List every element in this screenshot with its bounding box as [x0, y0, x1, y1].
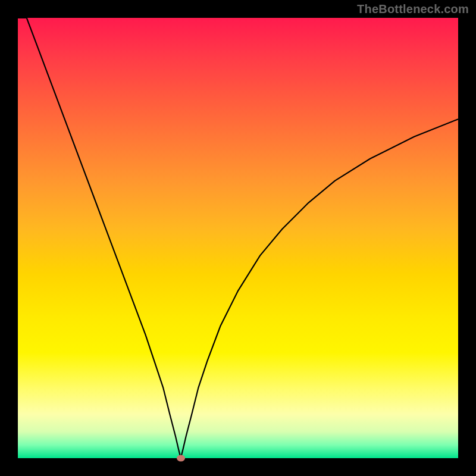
optimal-point-marker: [177, 455, 185, 462]
plot-area: [18, 18, 458, 458]
watermark-text: TheBottleneck.com: [357, 2, 469, 16]
chart-frame: TheBottleneck.com: [0, 0, 476, 476]
bottleneck-curve: [18, 18, 458, 458]
